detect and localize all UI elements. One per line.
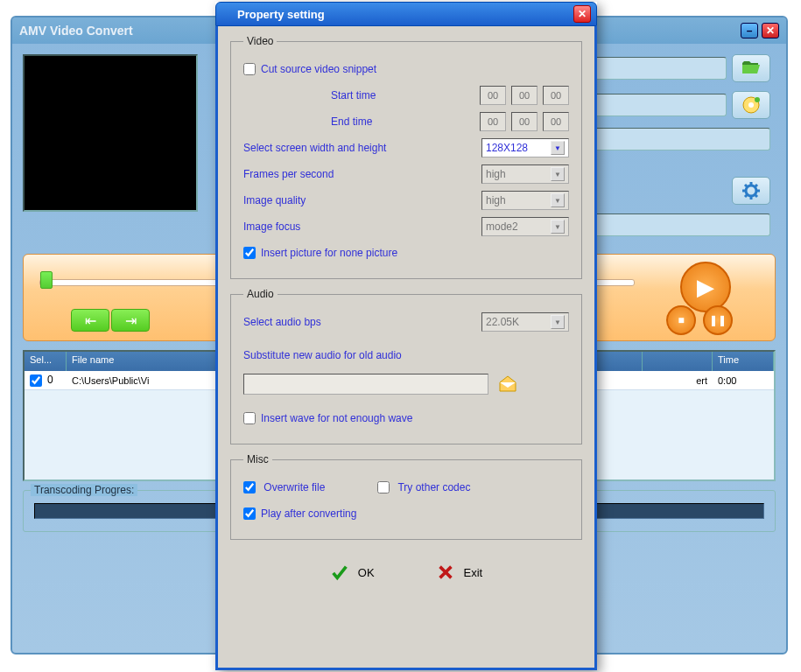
progress-label: Transcoding Progres: [31,484,137,496]
end-ss[interactable]: 00 [543,112,569,131]
row-checkbox[interactable] [30,374,42,387]
dialog-close-button[interactable]: ✕ [573,5,591,23]
start-hh[interactable]: 00 [480,86,506,105]
close-button[interactable]: ✕ [762,23,779,38]
svg-point-1 [748,102,754,108]
insert-pic-label: Insert picture for none picture [261,247,397,259]
col-time[interactable]: Time [713,352,774,371]
audio-legend: Audio [243,288,278,300]
col-status[interactable] [643,352,713,371]
end-mm[interactable]: 00 [511,112,538,131]
focus-select[interactable]: mode2 ▼ [481,217,569,236]
screen-label: Select screen width and height [243,142,481,154]
misc-group: Misc Overwrite file Try other codec Play… [230,453,582,540]
audio-group: Audio Select audio bps 22.05K ▼ Substitu… [230,288,582,444]
cut-checkbox[interactable] [243,63,256,75]
start-ss[interactable]: 00 [543,86,569,105]
x-icon [436,563,455,582]
seek-thumb[interactable] [40,271,53,289]
video-group: Video Cut source video snippet Start tim… [230,35,582,279]
property-dialog: Property setting ✕ Video Cut source vide… [215,2,597,670]
envelope-open-icon[interactable] [495,374,520,395]
audio-path-input[interactable] [243,374,488,395]
minimize-button[interactable]: – [741,23,758,38]
chevron-down-icon: ▼ [551,141,565,155]
video-preview [23,54,198,212]
quality-label: Image quality [243,194,481,206]
exit-button[interactable]: Exit [436,563,483,582]
bps-label: Select audio bps [243,316,481,328]
pause-button[interactable]: ❚❚ [703,305,733,335]
start-mm[interactable]: 00 [511,86,538,105]
start-time-label: Start time [331,89,480,102]
substitute-label: Substitute new audio for old audio [243,349,402,361]
try-codec-label: Try other codec [397,481,470,494]
mark-out-button[interactable]: ⇥ [111,309,150,332]
chevron-down-icon: ▼ [551,220,565,234]
fps-select[interactable]: high ▼ [481,164,569,184]
check-icon [330,563,349,582]
play-after-label: Play after converting [261,508,356,520]
insert-wave-label: Insert wave for not enough wave [261,412,412,424]
output-disc-button[interactable] [732,91,770,119]
screen-select[interactable]: 128X128 ▼ [481,138,569,158]
insert-pic-checkbox[interactable] [243,247,256,259]
settings-button[interactable] [732,177,770,205]
play-button[interactable]: ▶ [680,262,731,312]
col-select[interactable]: Sel... [25,352,67,371]
stop-button[interactable]: ■ [666,305,696,335]
misc-legend: Misc [243,453,272,466]
try-codec-checkbox[interactable] [377,481,390,494]
gear-icon [741,180,762,201]
quality-select[interactable]: high ▼ [481,191,569,210]
dialog-title: Property setting [221,8,573,21]
chevron-down-icon: ▼ [551,315,565,329]
folder-open-icon [741,58,762,79]
end-hh[interactable]: 00 [480,112,506,131]
cut-label: Cut source video snippet [261,63,376,75]
play-after-checkbox[interactable] [243,508,256,520]
dialog-titlebar[interactable]: Property setting ✕ [215,2,597,26]
overwrite-label: Overwrite file [263,481,325,494]
fps-label: Frames per second [243,168,481,180]
overwrite-checkbox[interactable] [243,481,256,494]
insert-wave-checkbox[interactable] [243,412,256,424]
open-file-button[interactable] [732,54,770,82]
end-time-label: End time [331,116,480,128]
svg-point-2 [755,97,760,102]
video-legend: Video [243,35,277,47]
chevron-down-icon: ▼ [551,193,565,207]
focus-label: Image focus [243,220,481,233]
chevron-down-icon: ▼ [551,167,565,181]
disc-icon [741,94,762,116]
mark-in-button[interactable]: ⇤ [71,309,109,332]
bps-select[interactable]: 22.05K ▼ [481,312,569,332]
ok-button[interactable]: OK [330,563,375,582]
